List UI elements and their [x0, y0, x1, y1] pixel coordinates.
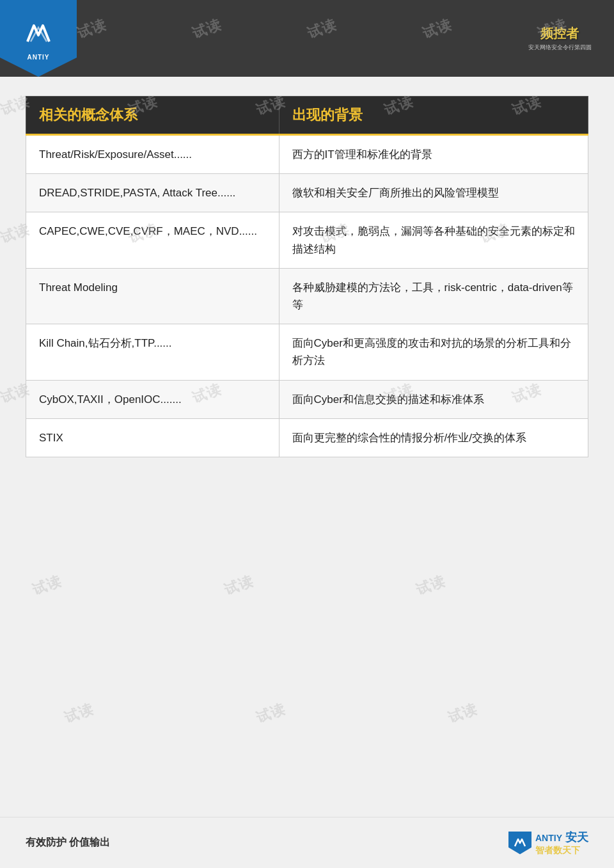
table-cell-col1: CybOX,TAXII，OpenIOC....... — [26, 380, 279, 418]
table-cell-col2: 微软和相关安全厂商所推出的风险管理模型 — [279, 174, 588, 212]
header: ANTIY 频控者 安天网络安全令行第四圆 — [0, 0, 614, 77]
footer-right: ANTIY 安天 智者数天下 — [508, 830, 588, 856]
col2-header: 出现的背景 — [279, 97, 588, 135]
table-cell-col2: 西方的IT管理和标准化的背景 — [279, 135, 588, 174]
table-cell-col1: Threat/Risk/Exposure/Asset...... — [26, 135, 279, 174]
table-row: CAPEC,CWE,CVE,CVRF，MAEC，NVD......对攻击模式，脆… — [26, 212, 588, 268]
header-right-brand: 频控者 安天网络安全令行第四圆 — [512, 13, 608, 64]
footer-logo-icon — [508, 832, 531, 855]
watermark-22: 试读 — [61, 699, 97, 728]
brand-name: 频控者 — [540, 25, 579, 42]
footer-logo-text: ANTIY 安天 智者数天下 — [535, 830, 588, 856]
footer: 有效防护 价值输出 ANTIY 安天 智者数天下 — [0, 817, 614, 868]
table-cell-col1: STIX — [26, 418, 279, 457]
table-row: Kill Chain,钻石分析,TTP......面向Cyber和更高强度的攻击… — [26, 324, 588, 380]
footer-logo: ANTIY 安天 智者数天下 — [508, 830, 588, 856]
header-logo: ANTIY — [0, 0, 77, 77]
footer-slogan: 有效防护 价值输出 — [26, 836, 110, 849]
main-content: 相关的概念体系 出现的背景 Threat/Risk/Exposure/Asset… — [0, 77, 614, 477]
logo-icon — [21, 16, 56, 51]
table-cell-col2: 面向Cyber和更高强度的攻击和对抗的场景的分析工具和分析方法 — [279, 324, 588, 380]
table-cell-col1: CAPEC,CWE,CVE,CVRF，MAEC，NVD...... — [26, 212, 279, 268]
table-cell-col2: 各种威胁建模的方法论，工具，risk-centric，data-driven等等 — [279, 268, 588, 324]
table-row: CybOX,TAXII，OpenIOC.......面向Cyber和信息交换的描… — [26, 380, 588, 418]
col1-header: 相关的概念体系 — [26, 97, 279, 135]
table-cell-col2: 面向更完整的综合性的情报分析/作业/交换的体系 — [279, 418, 588, 457]
watermark-20: 试读 — [221, 571, 256, 600]
footer-antiy: ANTIY — [535, 833, 562, 843]
table-cell-col1: DREAD,STRIDE,PASTA, Attack Tree...... — [26, 174, 279, 212]
table-cell-col1: Threat Modeling — [26, 268, 279, 324]
brand-sub: 安天网络安全令行第四圆 — [528, 43, 592, 52]
footer-main-text: ANTIY 安天 — [535, 830, 588, 845]
logo-text: ANTIY — [28, 54, 50, 61]
footer-antiy-cn: 安天 — [565, 831, 588, 844]
table-row: STIX面向更完整的综合性的情报分析/作业/交换的体系 — [26, 418, 588, 457]
table-cell-col2: 对攻击模式，脆弱点，漏洞等各种基础的安全元素的标定和描述结构 — [279, 212, 588, 268]
concept-table: 相关的概念体系 出现的背景 Threat/Risk/Exposure/Asset… — [26, 96, 588, 457]
watermark-24: 试读 — [445, 699, 480, 728]
table-row: Threat Modeling各种威胁建模的方法论，工具，risk-centri… — [26, 268, 588, 324]
table-cell-col2: 面向Cyber和信息交换的描述和标准体系 — [279, 380, 588, 418]
table-row: Threat/Risk/Exposure/Asset......西方的IT管理和… — [26, 135, 588, 174]
watermark-23: 试读 — [253, 699, 288, 728]
table-row: DREAD,STRIDE,PASTA, Attack Tree......微软和… — [26, 174, 588, 212]
table-cell-col1: Kill Chain,钻石分析,TTP...... — [26, 324, 279, 380]
watermark-19: 试读 — [29, 571, 65, 600]
footer-sub-text: 智者数天下 — [535, 845, 580, 856]
watermark-21: 试读 — [413, 571, 448, 600]
